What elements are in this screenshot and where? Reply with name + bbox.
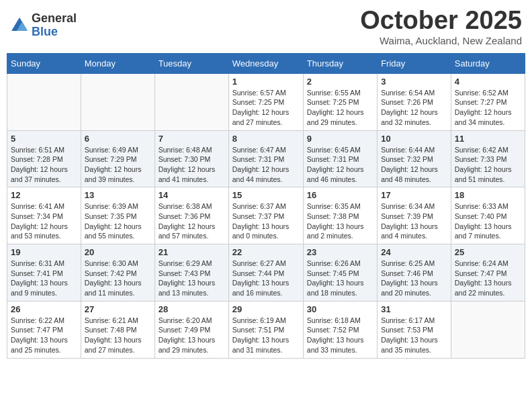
day-number: 10 (381, 134, 447, 144)
day-number: 9 (307, 134, 373, 144)
calendar-week-row: 26Sunrise: 6:22 AM Sunset: 7:47 PM Dayli… (7, 301, 525, 358)
day-info: Sunrise: 6:20 AM Sunset: 7:49 PM Dayligh… (159, 316, 225, 355)
page-header: General Blue October 2025 Waima, Aucklan… (7, 7, 525, 46)
calendar-day-cell: 25Sunrise: 6:24 AM Sunset: 7:47 PM Dayli… (451, 244, 525, 302)
day-info: Sunrise: 6:27 AM Sunset: 7:44 PM Dayligh… (232, 259, 300, 298)
day-number: 29 (232, 304, 300, 314)
day-info: Sunrise: 6:22 AM Sunset: 7:47 PM Dayligh… (11, 316, 77, 355)
calendar-day-cell: 11Sunrise: 6:42 AM Sunset: 7:33 PM Dayli… (451, 130, 525, 187)
calendar-day-cell: 15Sunrise: 6:37 AM Sunset: 7:37 PM Dayli… (228, 187, 303, 244)
calendar-day-cell: 26Sunrise: 6:22 AM Sunset: 7:47 PM Dayli… (7, 301, 81, 358)
day-info: Sunrise: 6:31 AM Sunset: 7:41 PM Dayligh… (11, 259, 77, 298)
weekday-header-wednesday: Wednesday (228, 53, 303, 73)
day-info: Sunrise: 6:47 AM Sunset: 7:31 PM Dayligh… (232, 145, 300, 185)
day-info: Sunrise: 6:18 AM Sunset: 7:52 PM Dayligh… (307, 316, 373, 355)
month-title: October 2025 (360, 7, 522, 35)
day-info: Sunrise: 6:44 AM Sunset: 7:32 PM Dayligh… (381, 145, 447, 185)
title-block: October 2025 Waima, Auckland, New Zealan… (360, 7, 522, 46)
day-info: Sunrise: 6:54 AM Sunset: 7:26 PM Dayligh… (381, 88, 447, 128)
day-info: Sunrise: 6:48 AM Sunset: 7:30 PM Dayligh… (159, 145, 225, 185)
day-info: Sunrise: 6:41 AM Sunset: 7:34 PM Dayligh… (11, 201, 77, 241)
day-number: 19 (11, 247, 77, 257)
day-number: 31 (381, 304, 447, 314)
calendar-header-row: SundayMondayTuesdayWednesdayThursdayFrid… (7, 53, 525, 73)
day-number: 17 (381, 190, 447, 200)
calendar-day-cell (154, 73, 228, 130)
day-number: 3 (381, 77, 447, 87)
calendar-day-cell: 21Sunrise: 6:29 AM Sunset: 7:43 PM Dayli… (154, 244, 228, 302)
day-number: 30 (307, 304, 373, 314)
calendar-day-cell: 14Sunrise: 6:38 AM Sunset: 7:36 PM Dayli… (154, 187, 228, 244)
calendar-day-cell (7, 73, 81, 130)
day-number: 18 (455, 190, 521, 200)
day-number: 2 (307, 77, 373, 87)
day-number: 14 (159, 190, 225, 200)
day-info: Sunrise: 6:17 AM Sunset: 7:53 PM Dayligh… (381, 316, 447, 355)
day-info: Sunrise: 6:37 AM Sunset: 7:37 PM Dayligh… (232, 201, 300, 241)
calendar-week-row: 1Sunrise: 6:57 AM Sunset: 7:25 PM Daylig… (7, 73, 525, 130)
day-info: Sunrise: 6:51 AM Sunset: 7:28 PM Dayligh… (11, 145, 77, 185)
day-number: 15 (232, 190, 300, 200)
day-info: Sunrise: 6:19 AM Sunset: 7:51 PM Dayligh… (232, 316, 300, 355)
logo-icon (10, 16, 29, 35)
weekday-header-sunday: Sunday (7, 53, 81, 73)
weekday-header-monday: Monday (81, 53, 154, 73)
day-number: 6 (85, 134, 151, 144)
day-number: 11 (455, 134, 521, 144)
calendar-day-cell: 3Sunrise: 6:54 AM Sunset: 7:26 PM Daylig… (378, 73, 451, 130)
day-number: 13 (85, 190, 151, 200)
day-number: 1 (232, 77, 300, 87)
day-number: 24 (381, 247, 447, 257)
calendar-day-cell: 8Sunrise: 6:47 AM Sunset: 7:31 PM Daylig… (228, 130, 303, 187)
day-number: 25 (455, 247, 521, 257)
logo: General Blue (10, 12, 77, 39)
calendar-week-row: 5Sunrise: 6:51 AM Sunset: 7:28 PM Daylig… (7, 130, 525, 187)
day-number: 20 (85, 247, 151, 257)
calendar-week-row: 19Sunrise: 6:31 AM Sunset: 7:41 PM Dayli… (7, 244, 525, 302)
calendar-day-cell: 4Sunrise: 6:52 AM Sunset: 7:27 PM Daylig… (451, 73, 525, 130)
calendar-day-cell: 28Sunrise: 6:20 AM Sunset: 7:49 PM Dayli… (154, 301, 228, 358)
day-info: Sunrise: 6:25 AM Sunset: 7:46 PM Dayligh… (381, 259, 447, 298)
location-text: Waima, Auckland, New Zealand (360, 35, 522, 46)
calendar-week-row: 12Sunrise: 6:41 AM Sunset: 7:34 PM Dayli… (7, 187, 525, 244)
day-info: Sunrise: 6:33 AM Sunset: 7:40 PM Dayligh… (455, 201, 521, 241)
day-info: Sunrise: 6:21 AM Sunset: 7:48 PM Dayligh… (85, 316, 151, 355)
day-info: Sunrise: 6:55 AM Sunset: 7:25 PM Dayligh… (307, 88, 373, 128)
day-number: 12 (11, 190, 77, 200)
calendar-day-cell: 19Sunrise: 6:31 AM Sunset: 7:41 PM Dayli… (7, 244, 81, 302)
day-number: 7 (159, 134, 225, 144)
day-info: Sunrise: 6:24 AM Sunset: 7:47 PM Dayligh… (455, 259, 521, 298)
calendar-day-cell: 1Sunrise: 6:57 AM Sunset: 7:25 PM Daylig… (228, 73, 303, 130)
logo-text: General Blue (32, 12, 77, 39)
calendar-day-cell: 9Sunrise: 6:45 AM Sunset: 7:31 PM Daylig… (303, 130, 377, 187)
day-info: Sunrise: 6:29 AM Sunset: 7:43 PM Dayligh… (159, 259, 225, 298)
calendar-day-cell: 31Sunrise: 6:17 AM Sunset: 7:53 PM Dayli… (378, 301, 451, 358)
day-info: Sunrise: 6:35 AM Sunset: 7:38 PM Dayligh… (307, 201, 373, 241)
day-info: Sunrise: 6:42 AM Sunset: 7:33 PM Dayligh… (455, 145, 521, 185)
calendar-day-cell: 12Sunrise: 6:41 AM Sunset: 7:34 PM Dayli… (7, 187, 81, 244)
calendar-table: SundayMondayTuesdayWednesdayThursdayFrid… (7, 53, 525, 359)
calendar-day-cell: 16Sunrise: 6:35 AM Sunset: 7:38 PM Dayli… (303, 187, 377, 244)
calendar-day-cell: 17Sunrise: 6:34 AM Sunset: 7:39 PM Dayli… (378, 187, 451, 244)
calendar-day-cell: 27Sunrise: 6:21 AM Sunset: 7:48 PM Dayli… (81, 301, 154, 358)
weekday-header-thursday: Thursday (303, 53, 377, 73)
calendar-day-cell (451, 301, 525, 358)
day-number: 21 (159, 247, 225, 257)
day-number: 5 (11, 134, 77, 144)
day-info: Sunrise: 6:52 AM Sunset: 7:27 PM Dayligh… (455, 88, 521, 128)
weekday-header-friday: Friday (378, 53, 451, 73)
day-info: Sunrise: 6:30 AM Sunset: 7:42 PM Dayligh… (85, 259, 151, 298)
day-info: Sunrise: 6:39 AM Sunset: 7:35 PM Dayligh… (85, 201, 151, 241)
calendar-day-cell: 6Sunrise: 6:49 AM Sunset: 7:29 PM Daylig… (81, 130, 154, 187)
day-info: Sunrise: 6:38 AM Sunset: 7:36 PM Dayligh… (159, 201, 225, 241)
day-info: Sunrise: 6:34 AM Sunset: 7:39 PM Dayligh… (381, 201, 447, 241)
day-number: 16 (307, 190, 373, 200)
calendar-day-cell: 5Sunrise: 6:51 AM Sunset: 7:28 PM Daylig… (7, 130, 81, 187)
day-number: 4 (455, 77, 521, 87)
calendar-day-cell (81, 73, 154, 130)
logo-blue-text: Blue (32, 26, 77, 39)
calendar-day-cell: 10Sunrise: 6:44 AM Sunset: 7:32 PM Dayli… (378, 130, 451, 187)
calendar-day-cell: 29Sunrise: 6:19 AM Sunset: 7:51 PM Dayli… (228, 301, 303, 358)
day-info: Sunrise: 6:49 AM Sunset: 7:29 PM Dayligh… (85, 145, 151, 185)
calendar-day-cell: 22Sunrise: 6:27 AM Sunset: 7:44 PM Dayli… (228, 244, 303, 302)
